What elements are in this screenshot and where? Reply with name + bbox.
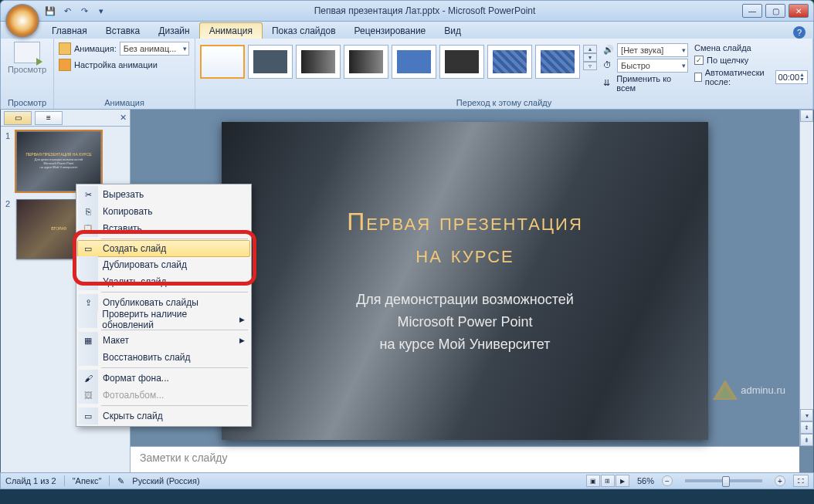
transition-item[interactable] [392,45,436,79]
auto-after-checkbox[interactable] [694,73,702,82]
copy-icon: ⎘ [82,205,94,218]
theme-name: "Апекс" [73,476,102,485]
outline-tab[interactable]: ≡ [35,111,63,125]
preview-button[interactable]: Просмотр [5,42,49,74]
menu-duplicate-slide[interactable]: Дублировать слайд [78,256,249,273]
slideshow-view-button[interactable]: ▶ [616,475,629,487]
help-icon[interactable]: ? [793,26,806,39]
language-status[interactable]: Русский (Россия) [132,476,199,485]
menu-layout[interactable]: ▦Макет▶ [78,332,249,349]
custom-animation-button[interactable]: Настройка анимации [59,59,190,71]
tab-animation[interactable]: Анимация [199,22,263,39]
hide-slide-icon: ▭ [82,410,94,422]
spellcheck-icon[interactable]: ✎ [117,476,124,486]
menu-delete-slide[interactable]: Удалить слайд [78,273,249,290]
transition-item[interactable] [248,45,293,79]
speed-dropdown[interactable]: Быстро [617,59,688,73]
auto-after-time[interactable]: 00:00▲▼ [775,70,808,84]
ribbon: Просмотр Просмотр Анимация: Без анимац..… [0,39,814,110]
menu-paste[interactable]: 📋Вставить [78,220,249,237]
photo-album-icon: 🖼 [82,389,94,401]
redo-icon[interactable]: ↷ [78,5,90,17]
zoom-percent[interactable]: 56% [637,476,654,485]
menu-hide-slide[interactable]: ▭Скрыть слайд [78,408,249,425]
notes-pane[interactable]: Заметки к слайду [131,446,799,472]
scissors-icon: ✂ [82,188,94,201]
gallery-scroll[interactable]: ▴▾▿ [583,45,597,70]
thumb-number: 2 [5,199,13,259]
menu-new-slide[interactable]: ▭Создать слайд [77,240,250,257]
slide[interactable]: Первая презентацияна курсе Для демонстра… [222,122,708,440]
group-label-preview: Просмотр [5,96,49,107]
play-icon [14,42,40,63]
transition-item[interactable] [535,45,580,79]
group-label-animation: Анимация [59,96,190,107]
tab-insert[interactable]: Вставка [97,23,150,39]
zoom-in-button[interactable]: + [775,475,785,486]
speed-icon: ⏱ [603,60,614,71]
thumb-number: 1 [5,131,13,191]
sorter-view-button[interactable]: ⊞ [601,475,615,487]
maximize-button[interactable]: ▢ [765,4,785,18]
slide-counter: Слайд 1 из 2 [5,476,56,485]
transition-item[interactable] [439,45,484,79]
menu-reset-slide[interactable]: Восстановить слайд [78,349,249,366]
animate-icon [59,42,71,55]
save-icon[interactable]: 💾 [44,5,56,17]
transition-none[interactable] [200,45,245,79]
paste-icon: 📋 [82,222,94,235]
transition-item[interactable] [344,45,388,79]
custom-animation-icon [59,59,71,71]
transition-item[interactable] [296,45,341,79]
ribbon-tabs: Главная Вставка Дизайн Анимация Показ сл… [0,22,814,39]
context-menu: ✂Вырезать ⎘Копировать 📋Вставить ▭Создать… [76,184,252,427]
submenu-arrow-icon: ▶ [239,337,245,344]
status-bar: Слайд 1 из 2 "Апекс" ✎ Русский (Россия) … [0,472,814,489]
normal-view-button[interactable]: ▣ [586,475,600,487]
quick-access-toolbar: 💾 ↶ ↷ ▾ [44,5,107,17]
menu-format-background[interactable]: 🖌Формат фона... [78,370,249,387]
menu-check-updates[interactable]: Проверить наличие обновлений▶ [78,311,249,328]
layout-icon: ▦ [82,334,94,347]
submenu-arrow-icon: ▶ [239,316,245,323]
transition-gallery: ▴▾▿ [200,42,597,93]
new-slide-icon: ▭ [82,242,94,255]
slide-thumbnail-1[interactable]: ПЕРВАЯ ПРЕЗЕНТАЦИЯ НА КУРСЕ Для демонстр… [16,131,101,191]
menu-cut[interactable]: ✂Вырезать [78,186,249,203]
fit-window-button[interactable]: ⛶ [793,475,809,487]
minimize-button[interactable]: — [742,4,762,18]
panel-close-icon[interactable]: ✕ [120,113,127,123]
sound-icon: 🔊 [603,45,614,56]
animation-dropdown[interactable]: Без анимац... [120,42,190,56]
tab-view[interactable]: Вид [435,23,470,39]
close-button[interactable]: ✕ [789,4,809,18]
advance-title: Смена слайда [694,43,808,52]
window-title: Пепвая презентация Лат.pptx - Microsoft … [107,5,742,16]
apply-all-icon: ⇊ [603,78,613,89]
slide-subtitle: Для демонстрации возможностей Microsoft … [356,289,574,355]
apply-all-button[interactable]: ⇊Применить ко всем [603,74,688,93]
office-button[interactable] [5,4,39,38]
logo-icon [713,380,738,400]
menu-photo-album: 🖼Фотоальбом... [78,387,249,404]
publish-icon: ⇪ [82,296,94,309]
transition-item[interactable] [487,45,532,79]
zoom-slider[interactable] [685,479,762,482]
slides-tab[interactable]: ▭ [4,111,32,125]
undo-icon[interactable]: ↶ [61,5,73,17]
watermark: adminu.ru [713,380,785,400]
tab-review[interactable]: Рецензирование [345,23,436,39]
on-click-checkbox[interactable]: ✓ [694,56,704,65]
tab-design[interactable]: Дизайн [149,23,198,39]
sound-dropdown[interactable]: [Нет звука] [617,43,688,57]
zoom-out-button[interactable]: − [662,475,673,486]
tab-slideshow[interactable]: Показ слайдов [263,23,345,39]
qat-dropdown-icon[interactable]: ▾ [95,5,107,17]
title-bar: 💾 ↶ ↷ ▾ Пепвая презентация Лат.pptx - Mi… [0,0,814,22]
tab-home[interactable]: Главная [42,23,97,39]
vertical-scrollbar[interactable]: ▴▾ ⇞⇟ [799,110,813,446]
format-bg-icon: 🖌 [82,372,94,384]
menu-copy[interactable]: ⎘Копировать [78,203,249,220]
slide-title: Первая презентацияна курсе [347,206,583,270]
group-label-transition: Переход к этому слайду [200,96,808,107]
